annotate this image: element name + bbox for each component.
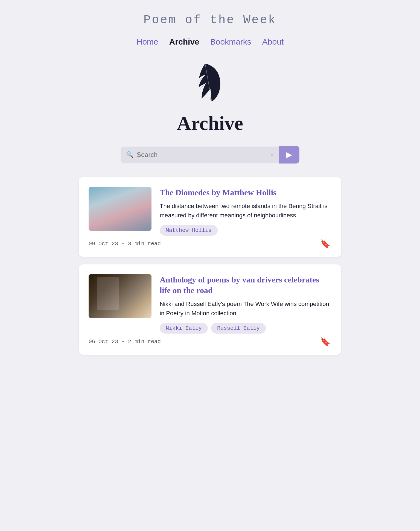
search-input[interactable] (137, 151, 268, 159)
card-tag-russell-eatly[interactable]: Russell Eatly (211, 323, 266, 334)
page-title: Archive (5, 107, 415, 146)
search-clear-button[interactable]: × (270, 151, 274, 158)
card-tag-nikki-eatly[interactable]: Nikki Eatly (160, 323, 208, 334)
card-footer-anthology: 06 Oct 23 - 2 min read 🔖 (89, 336, 330, 346)
card-content-anthology: Anthology of poems by van drivers celebr… (160, 274, 330, 334)
bookmark-icon-diomedes[interactable]: 🔖 (320, 239, 330, 249)
card-meta-diomedes: 09 Oct 23 - 3 min read (89, 241, 161, 247)
card-diomedes: The Diomedes by Matthew Hollis The dista… (79, 177, 341, 257)
feather-logo (5, 55, 415, 107)
bookmark-icon-anthology[interactable]: 🔖 (320, 337, 330, 346)
search-container: 🔍 × ▶ (5, 146, 415, 164)
play-icon: ▶ (286, 150, 292, 159)
card-footer-diomedes: 09 Oct 23 - 3 min read 🔖 (89, 238, 330, 249)
nav-item-bookmarks[interactable]: Bookmarks (210, 37, 251, 46)
card-title-diomedes[interactable]: The Diomedes by Matthew Hollis (160, 187, 330, 198)
search-play-button[interactable]: ▶ (279, 146, 299, 164)
nav-item-home[interactable]: Home (136, 37, 158, 46)
card-description-diomedes: The distance between two remote islands … (160, 202, 330, 220)
card-anthology: Anthology of poems by van drivers celebr… (79, 264, 341, 355)
card-content-diomedes: The Diomedes by Matthew Hollis The dista… (160, 187, 330, 236)
cards-container: The Diomedes by Matthew Hollis The dista… (73, 177, 347, 371)
card-title-anthology[interactable]: Anthology of poems by van drivers celebr… (160, 274, 330, 296)
nav-item-archive[interactable]: Archive (169, 37, 199, 46)
card-tag-matthew-hollis[interactable]: Matthew Hollis (160, 225, 218, 236)
main-nav: Home Archive Bookmarks About (5, 32, 415, 55)
feather-icon (192, 60, 228, 104)
card-image-diomedes (89, 187, 151, 231)
card-tags-diomedes: Matthew Hollis (160, 225, 330, 236)
card-meta-anthology: 06 Oct 23 - 2 min read (89, 339, 161, 345)
site-title: Poem of the Week (5, 0, 415, 32)
card-image-anthology (89, 274, 151, 318)
card-description-anthology: Nikki and Russell Eatly's poem The Work … (160, 299, 330, 318)
search-bar: 🔍 × (121, 147, 279, 163)
card-tags-anthology: Nikki Eatly Russell Eatly (160, 323, 330, 334)
search-icon: 🔍 (126, 151, 133, 158)
nav-item-about[interactable]: About (262, 37, 284, 46)
